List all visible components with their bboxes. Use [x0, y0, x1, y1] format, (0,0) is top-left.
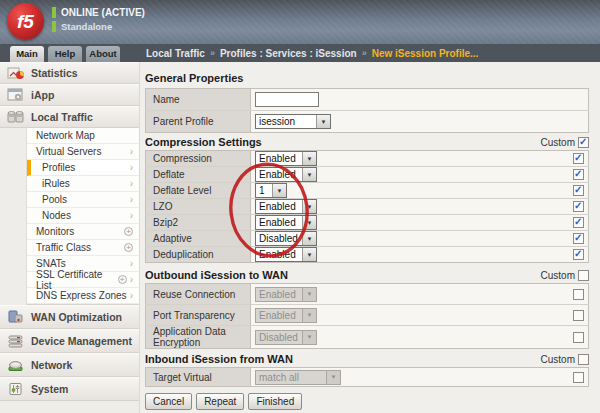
plus-circle-icon[interactable]: + — [124, 227, 133, 236]
status-online: ONLINE (ACTIVE) — [52, 7, 145, 18]
plus-circle-icon[interactable]: + — [118, 275, 127, 284]
sidebar-item-traffic-class[interactable]: Traffic Class + — [27, 240, 139, 256]
compression-select[interactable]: Enabled▼ — [255, 151, 317, 166]
sidebar-item-monitors[interactable]: Monitors + — [27, 224, 139, 240]
tab-help[interactable]: Help — [48, 46, 82, 62]
breadcrumb-profiles-services-isession[interactable]: Profiles : Services : iSession — [220, 48, 357, 59]
finished-button[interactable]: Finished — [248, 393, 302, 410]
sidebar-item-profiles[interactable]: Profiles › — [27, 160, 139, 176]
table-row: Application Data Encryption Disabled▼ — [146, 326, 589, 349]
table-row: Reuse Connection Enabled▼ — [146, 284, 589, 305]
tab-main[interactable]: Main — [10, 46, 44, 62]
row-custom-checkbox[interactable] — [573, 332, 584, 343]
sidebar: Statistics iApp Local Traffic Network Ma… — [0, 62, 140, 413]
chevron-right-icon: › — [130, 211, 133, 221]
compression-custom-checkbox[interactable] — [578, 137, 589, 148]
dropdown-arrow-icon: ▼ — [302, 168, 316, 181]
compression-custom: Custom — [541, 137, 589, 148]
cancel-button[interactable]: Cancel — [145, 393, 192, 410]
device-management-icon — [5, 334, 27, 348]
breadcrumb: Local Traffic » Profiles : Services : iS… — [146, 44, 478, 62]
sidebar-section-network[interactable]: Network — [0, 353, 139, 377]
sidebar-item-irules[interactable]: iRules › — [27, 176, 139, 192]
table-row: Parent Profile isession ▼ — [146, 111, 589, 133]
sidebar-section-wan-optimization[interactable]: WAN Optimization — [0, 305, 139, 329]
dropdown-arrow-icon: ▼ — [302, 331, 316, 344]
main-content: General Properties Name Parent Profile i… — [140, 62, 600, 413]
top-banner: f5 ONLINE (ACTIVE) Standalone — [0, 0, 600, 44]
status-online-label: ONLINE (ACTIVE) — [61, 7, 145, 18]
dropdown-arrow-icon: ▼ — [302, 232, 316, 245]
row-custom-checkbox[interactable] — [573, 185, 584, 196]
device-status: ONLINE (ACTIVE) Standalone — [52, 7, 145, 35]
lzo-select[interactable]: Enabled▼ — [255, 199, 317, 214]
tab-about[interactable]: About — [86, 46, 120, 62]
row-custom-checkbox[interactable] — [573, 153, 584, 164]
compression-settings-table: Compression Enabled▼ Deflate Enabled▼ De… — [145, 150, 589, 263]
local-traffic-icon — [5, 110, 27, 124]
row-custom-checkbox[interactable] — [573, 310, 584, 321]
sidebar-section-iapp[interactable]: iApp — [0, 84, 139, 106]
table-row: Target Virtual match all▼ — [146, 368, 589, 387]
row-custom-checkbox[interactable] — [573, 201, 584, 212]
sidebar-section-label: System — [31, 383, 68, 395]
compression-settings-title: Compression Settings — [145, 136, 262, 148]
compression-settings-header: Compression Settings Custom — [145, 136, 589, 148]
sidebar-section-system[interactable]: System — [0, 377, 139, 401]
dropdown-arrow-icon: ▼ — [302, 248, 316, 261]
table-row: Bzip2 Enabled▼ — [146, 215, 589, 231]
parent-profile-select[interactable]: isession ▼ — [255, 114, 331, 129]
sidebar-section-local-traffic[interactable]: Local Traffic — [0, 106, 139, 128]
row-custom-checkbox[interactable] — [573, 217, 584, 228]
deflate-select[interactable]: Enabled▼ — [255, 167, 317, 182]
sidebar-item-virtual-servers[interactable]: Virtual Servers › — [27, 144, 139, 160]
system-icon — [5, 382, 27, 396]
table-row: Deflate Enabled▼ — [146, 167, 589, 183]
inbound-custom-checkbox[interactable] — [578, 354, 589, 365]
sidebar-section-statistics[interactable]: Statistics — [0, 62, 139, 84]
sidebar-section-device-management[interactable]: Device Management — [0, 329, 139, 353]
adaptive-select[interactable]: Disabled▼ — [255, 231, 317, 246]
row-label: Name — [146, 89, 251, 111]
breadcrumb-current: New iSession Profile... — [372, 48, 479, 59]
sidebar-item-network-map[interactable]: Network Map — [27, 128, 139, 144]
sidebar-section-label: Network — [31, 359, 72, 371]
chevron-right-icon: › — [130, 195, 133, 205]
chevron-right-icon: › — [130, 275, 133, 285]
deduplication-select[interactable]: Enabled▼ — [255, 247, 317, 262]
sidebar-item-ssl-certificate-list[interactable]: SSL Certificate List +› — [27, 272, 139, 288]
f5-logo-icon[interactable]: f5 — [7, 3, 44, 40]
general-properties-table: Name Parent Profile isession ▼ — [145, 88, 589, 133]
local-traffic-submenu: Network Map Virtual Servers › Profiles ›… — [26, 128, 139, 305]
sidebar-item-dns-express-zones[interactable]: DNS Express Zones › — [27, 288, 139, 304]
dropdown-arrow-icon: ▼ — [302, 200, 316, 213]
sidebar-section-label: WAN Optimization — [31, 311, 122, 323]
name-input[interactable] — [255, 92, 319, 107]
row-custom-checkbox[interactable] — [573, 233, 584, 244]
outbound-isession-title: Outbound iSession to WAN — [145, 269, 288, 281]
target-virtual-select: match all▼ — [255, 370, 341, 385]
reuse-connection-select: Enabled▼ — [255, 287, 317, 302]
row-custom-checkbox[interactable] — [573, 249, 584, 260]
outbound-custom-checkbox[interactable] — [578, 270, 589, 281]
row-custom-checkbox[interactable] — [573, 372, 584, 383]
sidebar-section-label: Local Traffic — [31, 111, 93, 123]
main-tabs: Main Help About — [10, 46, 120, 62]
dropdown-arrow-icon: ▼ — [272, 184, 286, 197]
sidebar-item-nodes[interactable]: Nodes › — [27, 208, 139, 224]
inbound-isession-table: Target Virtual match all▼ — [145, 367, 589, 387]
inbound-isession-header: Inbound iSession from WAN Custom — [145, 353, 589, 365]
repeat-button[interactable]: Repeat — [196, 393, 244, 410]
bzip2-select[interactable]: Enabled▼ — [255, 215, 317, 230]
sidebar-item-pools[interactable]: Pools › — [27, 192, 139, 208]
form-buttons: Cancel Repeat Finished — [145, 393, 589, 410]
status-standalone-label: Standalone — [61, 21, 112, 32]
sidebar-section-label: Device Management — [31, 335, 132, 347]
network-icon — [5, 358, 27, 372]
breadcrumb-local-traffic[interactable]: Local Traffic — [146, 48, 205, 59]
outbound-custom: Custom — [541, 270, 589, 281]
deflate-level-select[interactable]: 1▼ — [255, 183, 287, 198]
plus-circle-icon[interactable]: + — [124, 243, 133, 252]
row-custom-checkbox[interactable] — [573, 289, 584, 300]
row-custom-checkbox[interactable] — [573, 169, 584, 180]
